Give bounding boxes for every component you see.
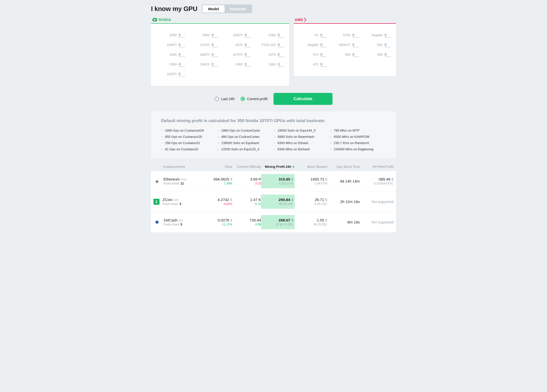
gpu-count-input[interactable]: [244, 42, 251, 47]
price-cell: 4.2742 $-4.64%: [204, 197, 232, 206]
gpu-label: 5600XT: [339, 43, 350, 47]
table-row[interactable]: ◈EthereumETHPools listed: 11594.5625 $7.…: [151, 171, 396, 192]
nvidia-gpu-cell: 2080: [253, 30, 286, 40]
toggle-hashrate[interactable]: Hashrate: [224, 5, 252, 12]
amd-gpu-cell: 480: [361, 50, 393, 59]
gpu-count-input[interactable]: [352, 42, 359, 47]
gpu-label: P104-100: [262, 43, 276, 47]
nvidia-brand-header: NVIDIA: [151, 18, 289, 23]
gpu-count-input[interactable]: [352, 52, 359, 57]
gpu-count-input[interactable]: [178, 33, 185, 37]
col-cryptocurrency[interactable]: Cryptocurrency: [154, 165, 204, 169]
gpu-count-input[interactable]: [212, 52, 218, 57]
gpu-count-input[interactable]: [384, 52, 391, 57]
gpu-label: 1660Ti: [200, 53, 210, 56]
calculate-button[interactable]: Calculate: [274, 93, 332, 105]
gpu-label: 2080Ti: [233, 33, 242, 37]
gpu-count-input[interactable]: [352, 33, 359, 37]
radio-current-profit[interactable]: Current profit: [240, 97, 268, 101]
nvidia-gpu-cell: 2080Ti: [220, 30, 253, 40]
col-nh-rent-profit[interactable]: NH Rent Profit: [360, 165, 394, 169]
difficulty-cell: 3.69 P3.15: [232, 177, 261, 185]
gpu-label: 1060: [236, 62, 243, 66]
gpu-label: 1070Ti: [233, 53, 242, 56]
coin-pools: Pools listed: 5: [164, 223, 184, 226]
amd-gpu-cell: VII: [297, 30, 329, 40]
gpu-count-input[interactable]: [278, 62, 284, 67]
gpu-count-input[interactable]: [278, 52, 284, 57]
hashrate-item: 1860 Gps on CuckooCycle: [217, 127, 274, 134]
gpu-label: VII: [314, 33, 318, 37]
col-block-reward[interactable]: Block Reward: [295, 165, 327, 169]
gpu-label: 1080: [169, 53, 176, 56]
profit-cell: 290.84 $68.05 XZC: [261, 195, 295, 209]
nh-rent-cell: -385.48 $-0.020544 BTC: [360, 177, 394, 185]
col-difficulty[interactable]: Current Difficulty: [232, 165, 261, 169]
hashrate-summary-heading: Default mining profit is calculated for …: [161, 118, 386, 123]
profit-cell: 315.85 $0.531 ETH: [261, 174, 295, 188]
hashrate-item: 138000 Sol/s on Equihash: [217, 140, 274, 146]
toggle-model[interactable]: Model: [202, 5, 224, 12]
gpu-count-input[interactable]: [320, 62, 327, 67]
gpu-count-input[interactable]: [178, 52, 185, 57]
nvidia-gpu-cell: 2070: [220, 40, 253, 50]
gpu-label: 1070: [268, 53, 276, 56]
hashrate-item: 9300 Mh/s on Etchash: [274, 146, 330, 152]
amd-brand-label: AMD: [295, 18, 303, 22]
gpu-count-input[interactable]: [178, 62, 185, 67]
radio-last-24h-label: Last 24h: [221, 97, 234, 101]
gpu-count-input[interactable]: [384, 42, 391, 47]
coin-ticker: ETH: [181, 178, 186, 181]
hashrate-summary-box: Default mining profit is calculated for …: [151, 111, 396, 158]
gpu-count-input[interactable]: [244, 62, 251, 67]
gpu-label: 2070S: [200, 43, 210, 47]
gpu-count-input[interactable]: [212, 42, 218, 47]
nvidia-gpu-cell: 1660Ti: [187, 50, 220, 59]
gpu-count-input[interactable]: [384, 33, 391, 37]
reward-cell: 1.55 $56.25 ZEL: [295, 218, 327, 226]
col-mining-profit[interactable]: Mining Profit 24h: [261, 165, 295, 169]
gpu-count-input[interactable]: [212, 62, 218, 67]
coin-pools: Pools listed: 11: [164, 182, 186, 185]
block-time-cell: 8m 19s: [327, 220, 360, 224]
gpu-count-input[interactable]: [320, 33, 327, 37]
zcoin-icon: Z: [154, 199, 160, 205]
gpu-label: 2080: [268, 33, 276, 37]
coin-cell: ◈EthereumETHPools listed: 11: [154, 177, 204, 185]
amd-gpu-cell: 580: [329, 50, 361, 59]
amd-gpu-cell: 590: [361, 40, 393, 50]
nvidia-gpu-cell: 2060: [154, 59, 187, 69]
nvidia-gpu-cell: 2070S: [187, 40, 220, 50]
gpu-count-input[interactable]: [320, 42, 327, 47]
nvidia-gpu-cell: 1080Ti: [154, 40, 187, 50]
hashrate-item: 4500 Mh/s on KAWPOW: [330, 134, 386, 140]
gpu-count-input[interactable]: [278, 42, 284, 47]
gpu-count-input[interactable]: [244, 52, 251, 57]
hashrate-item: 233400 Mh/s on Eaglesong: [330, 146, 386, 152]
gpu-count-input[interactable]: [320, 52, 327, 57]
gpu-count-input[interactable]: [212, 33, 218, 37]
gpu-count-input[interactable]: [278, 33, 284, 37]
table-row[interactable]: ZZCoinXZCPools listed: 34.2742 $-4.64%1.…: [151, 192, 396, 212]
gpu-label: 1660S: [200, 62, 210, 66]
block-time-cell: 2h 12m 16s: [327, 199, 360, 204]
radio-last-24h[interactable]: Last 24h: [214, 97, 234, 101]
hashrate-item: 258 Gps on Cuckatoo31: [161, 140, 217, 146]
nvidia-gpu-cell: 1070: [253, 50, 286, 59]
gpu-label: 480: [377, 53, 382, 56]
col-avg-block-time[interactable]: Avg. Block Time: [327, 165, 360, 169]
gpu-count-input[interactable]: [178, 42, 185, 47]
nvidia-gpu-cell: 1050Ti: [154, 69, 187, 79]
coin-name: ZelCash: [164, 218, 178, 222]
hashrate-item: 230.7 Kh/s on RandomX: [330, 140, 386, 146]
table-row[interactable]: ⬢ZelCashZELPools listed: 50.0276 $11.11%…: [151, 212, 396, 232]
gpu-count-input[interactable]: [244, 33, 251, 37]
hashrate-item: 480 Gps on CuckooCortex: [217, 134, 274, 140]
amd-gpu-cell: 5700: [329, 30, 361, 40]
results-table-header: Cryptocurrency Price Current Difficulty …: [151, 161, 396, 171]
col-price[interactable]: Price: [204, 165, 232, 169]
gpu-label: Vega56: [307, 43, 318, 47]
input-mode-toggle: Model Hashrate: [202, 4, 252, 13]
gpu-label: 590: [377, 43, 382, 47]
gpu-count-input[interactable]: [178, 72, 185, 76]
